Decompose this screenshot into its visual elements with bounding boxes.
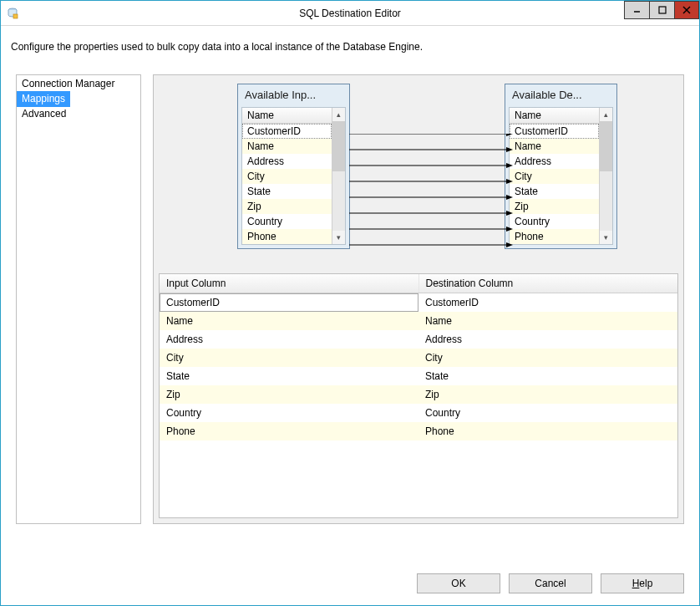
mapping-table-header[interactable]: Input Column Destination Column <box>160 274 677 293</box>
nav-panel: Connection Manager Mappings Advanced <box>16 74 141 524</box>
header-input-column[interactable]: Input Column <box>160 274 419 293</box>
mapping-diagram: Available Inp... Name CustomerID Name Ad… <box>154 84 683 267</box>
cell-input[interactable]: Name <box>160 312 418 330</box>
help-accelerator: H <box>632 578 640 589</box>
list-item[interactable]: Name <box>510 139 599 154</box>
cell-input[interactable]: State <box>160 367 418 385</box>
table-row[interactable]: State State <box>160 367 677 385</box>
available-destination-box[interactable]: Available De... Name CustomerID Name Add… <box>505 84 617 249</box>
cell-dest[interactable]: CustomerID <box>418 293 677 312</box>
scroll-thumb[interactable] <box>600 121 612 171</box>
scroll-down-icon[interactable]: ▾ <box>332 231 345 244</box>
nav-mappings[interactable]: Mappings <box>17 91 70 107</box>
scroll-thumb[interactable] <box>332 121 345 171</box>
input-list-header[interactable]: Name <box>242 108 332 124</box>
window-buttons <box>624 1 699 19</box>
list-item[interactable]: City <box>242 169 332 184</box>
list-item[interactable]: Name <box>242 139 332 154</box>
sql-destination-editor-window: SQL Destination Editor Configure the pro… <box>0 0 700 606</box>
list-item[interactable]: Country <box>510 214 599 229</box>
header-destination-column[interactable]: Destination Column <box>419 274 678 293</box>
ok-button[interactable]: OK <box>417 573 500 593</box>
scroll-up-icon[interactable]: ▴ <box>600 108 612 121</box>
mapping-table-body: CustomerID CustomerID Name Name Address … <box>160 293 677 517</box>
svg-rect-1 <box>13 14 18 18</box>
list-item[interactable]: State <box>510 184 599 199</box>
nav-connection-manager[interactable]: Connection Manager <box>17 77 119 90</box>
scroll-up-icon[interactable]: ▴ <box>332 108 345 121</box>
available-input-title: Available Inp... <box>238 84 349 105</box>
table-row[interactable]: Zip Zip <box>160 385 677 404</box>
svg-rect-3 <box>659 7 666 13</box>
cell-input[interactable]: Country <box>160 404 418 422</box>
cell-dest[interactable]: Zip <box>418 385 677 404</box>
list-item[interactable]: Country <box>242 214 332 229</box>
list-item[interactable]: Address <box>242 154 332 169</box>
available-destination-list[interactable]: Name CustomerID Name Address City State … <box>510 108 599 244</box>
minimize-button[interactable] <box>624 1 649 19</box>
table-row[interactable]: Country Country <box>160 404 677 422</box>
available-input-box[interactable]: Available Inp... Name CustomerID Name Ad… <box>237 84 350 249</box>
table-row[interactable]: CustomerID CustomerID <box>160 293 677 312</box>
list-item[interactable]: Phone <box>242 229 332 244</box>
list-item[interactable]: Address <box>510 154 599 169</box>
scroll-down-icon[interactable]: ▾ <box>600 231 612 244</box>
list-item[interactable]: Zip <box>510 199 599 214</box>
available-input-list[interactable]: Name CustomerID Name Address City State … <box>242 108 332 244</box>
cell-input[interactable]: Phone <box>160 422 418 440</box>
mapping-lines <box>349 134 523 259</box>
cell-dest[interactable]: Address <box>418 330 677 349</box>
list-item[interactable]: City <box>510 169 599 184</box>
table-row[interactable]: City City <box>160 349 677 367</box>
main-panel: Available Inp... Name CustomerID Name Ad… <box>153 74 684 524</box>
window-title: SQL Destination Editor <box>1 8 699 19</box>
cell-input[interactable]: CustomerID <box>160 293 418 312</box>
cell-dest[interactable]: State <box>418 367 677 385</box>
list-item[interactable]: CustomerID <box>242 124 332 139</box>
table-row[interactable]: Name Name <box>160 312 677 330</box>
input-scrollbar[interactable]: ▴ ▾ <box>332 108 345 244</box>
dest-scrollbar[interactable]: ▴ ▾ <box>599 108 612 244</box>
cell-dest[interactable]: Phone <box>418 422 677 440</box>
close-button[interactable] <box>674 1 699 19</box>
body: Connection Manager Mappings Advanced Ava… <box>1 71 699 563</box>
table-row[interactable]: Phone Phone <box>160 422 677 440</box>
mapping-table[interactable]: Input Column Destination Column Customer… <box>159 273 678 518</box>
nav-advanced[interactable]: Advanced <box>17 107 71 120</box>
table-row[interactable]: Address Address <box>160 330 677 349</box>
maximize-button[interactable] <box>649 1 674 19</box>
description-text: Configure the properties used to bulk co… <box>1 26 699 71</box>
titlebar[interactable]: SQL Destination Editor <box>1 1 699 26</box>
cell-dest[interactable]: Name <box>418 312 677 330</box>
list-item[interactable]: Zip <box>242 199 332 214</box>
list-item[interactable]: State <box>242 184 332 199</box>
list-item[interactable]: CustomerID <box>510 124 599 139</box>
dest-list-header[interactable]: Name <box>510 108 599 124</box>
dialog-buttons: OK Cancel Help <box>1 563 699 605</box>
cell-dest[interactable]: City <box>418 349 677 367</box>
list-item[interactable]: Phone <box>510 229 599 244</box>
cell-input[interactable]: City <box>160 349 418 367</box>
cell-input[interactable]: Address <box>160 330 418 349</box>
available-destination-title: Available De... <box>505 84 616 105</box>
cancel-button[interactable]: Cancel <box>509 573 592 593</box>
app-icon <box>6 7 19 20</box>
cell-input[interactable]: Zip <box>160 385 418 404</box>
help-button[interactable]: Help <box>601 573 684 593</box>
cell-dest[interactable]: Country <box>418 404 677 422</box>
